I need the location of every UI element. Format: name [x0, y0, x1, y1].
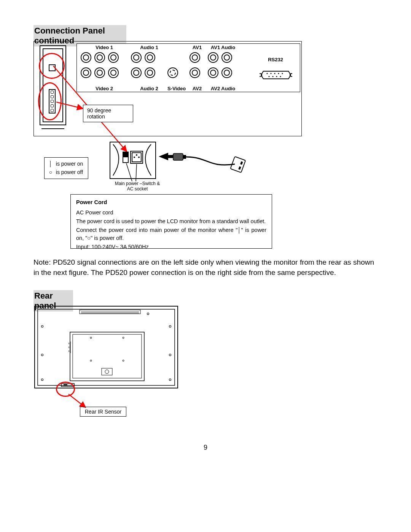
- svg-rect-16: [123, 152, 128, 157]
- svg-point-4: [270, 73, 271, 74]
- callout-rear-ir: Rear IR Sensor: [80, 407, 126, 417]
- note-paragraph: Note: PD520 signal connections are on th…: [33, 257, 374, 278]
- label-audio1: Audio 1: [138, 45, 161, 50]
- svg-point-44: [90, 337, 92, 339]
- svg-rect-31: [38, 309, 175, 385]
- power-cord-info-box: Power Cord AC Power cord The power cord …: [70, 194, 272, 249]
- page-number: 9: [0, 444, 411, 452]
- tv-side-illustration: [40, 45, 66, 133]
- svg-rect-25: [173, 153, 183, 160]
- label-rs232: RS232: [264, 57, 287, 62]
- svg-point-3: [266, 73, 268, 74]
- jack-video2-c: [108, 67, 119, 78]
- svg-point-10: [276, 76, 277, 77]
- jack-av2: [190, 67, 200, 78]
- svg-point-46: [90, 360, 92, 361]
- svg-point-7: [282, 73, 283, 74]
- jack-av2-audio-l: [208, 67, 218, 78]
- svg-point-8: [268, 76, 269, 77]
- svg-point-47: [123, 360, 124, 361]
- svg-point-9: [272, 76, 273, 77]
- svg-point-21: [136, 154, 137, 156]
- connection-panel-figure: Video 1 Audio 1 AV1 AV1 Audio Video 2 Au…: [33, 41, 302, 136]
- power-cord-line4: Input: 100-240V~ 3A 50/60Hz: [76, 243, 266, 251]
- svg-rect-18: [132, 153, 141, 162]
- svg-point-42: [169, 379, 171, 381]
- svg-point-11: [280, 76, 281, 77]
- svg-rect-26: [183, 155, 186, 159]
- svg-point-43: [147, 313, 149, 315]
- svg-point-6: [278, 73, 279, 74]
- power-cord-line2: The power cord is used to power the LCD …: [76, 217, 266, 225]
- power-cord-line3: Connect the power cord into main power o…: [76, 226, 266, 242]
- connector-plate-illustration: Video 1 Audio 1 AV1 AV1 Audio Video 2 Au…: [76, 43, 300, 92]
- ac-caption: Main power –Switch & AC socket: [113, 181, 162, 192]
- jack-video2-b: [94, 67, 105, 78]
- label-video2: Video 2: [93, 86, 116, 91]
- svg-point-19: [134, 157, 135, 158]
- text-power-on: is power on: [56, 161, 83, 167]
- label-av1: AV1: [190, 45, 205, 50]
- text-power-off: is power off: [56, 169, 83, 175]
- jack-audio1-r: [145, 52, 155, 63]
- jack-av1-audio-l: [208, 52, 218, 63]
- jack-av2-audio-r: [221, 67, 232, 78]
- svg-point-38: [41, 354, 43, 356]
- jack-audio2-r: [145, 67, 155, 78]
- svg-point-39: [41, 379, 43, 381]
- callout-power-states: │ is power on ○ is power off: [44, 157, 88, 179]
- label-video1: Video 1: [93, 45, 116, 50]
- jack-video1-a: [81, 52, 91, 63]
- ac-caption-line1: Main power –Switch &: [115, 181, 160, 186]
- jack-video1-c: [108, 52, 119, 63]
- jack-av1: [190, 52, 200, 63]
- callout-rotation: 90 degree rotation: [83, 105, 133, 122]
- svg-point-20: [138, 157, 140, 158]
- jack-av1-audio-r: [221, 52, 232, 63]
- jack-audio2-l: [131, 67, 142, 78]
- jack-video1-b: [94, 52, 105, 63]
- label-av1-audio: AV1 Audio: [208, 45, 238, 50]
- svg-rect-28: [240, 161, 243, 165]
- svg-rect-29: [238, 166, 241, 170]
- power-cord-line1: AC Power cord: [76, 209, 266, 217]
- svg-point-37: [41, 326, 43, 328]
- svg-rect-48: [102, 368, 112, 375]
- svg-point-5: [274, 73, 275, 74]
- svg-line-56: [68, 394, 86, 407]
- rear-panel-figure: [34, 305, 178, 393]
- label-av2: AV2: [190, 86, 205, 91]
- svg-marker-0: [261, 71, 291, 79]
- svg-point-49: [105, 370, 109, 374]
- jack-svideo: [167, 67, 178, 78]
- svg-point-45: [123, 337, 124, 339]
- svg-rect-55: [64, 384, 67, 386]
- rs232-port-icon: [260, 70, 292, 80]
- svg-rect-54: [61, 383, 74, 387]
- power-cord-title: Power Cord: [76, 198, 266, 206]
- svg-rect-36: [73, 334, 142, 378]
- ac-caption-line2: AC socket: [127, 186, 148, 192]
- label-av2-audio: AV2 Audio: [208, 86, 238, 91]
- symbol-power-off: ○: [48, 168, 53, 177]
- svg-point-40: [169, 326, 171, 328]
- symbol-power-on: │: [48, 160, 53, 168]
- label-svideo: S-Video: [165, 86, 188, 91]
- svg-point-41: [169, 354, 171, 356]
- jack-video2-a: [81, 67, 91, 78]
- svg-rect-30: [35, 306, 178, 388]
- jack-audio1-l: [131, 52, 142, 63]
- label-audio2: Audio 2: [138, 86, 161, 91]
